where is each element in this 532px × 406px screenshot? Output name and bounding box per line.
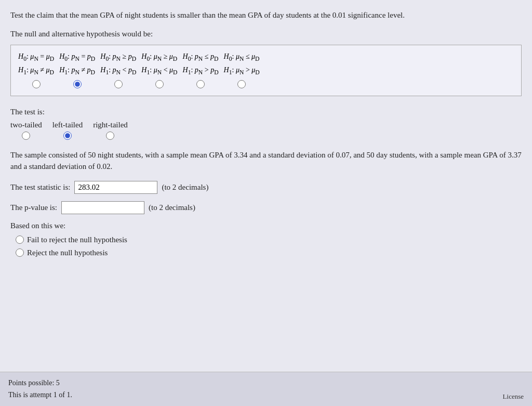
hyp2-radio[interactable] <box>73 80 82 88</box>
right-tailed-label: right-tailed <box>93 121 128 129</box>
left-tailed-option: left-tailed <box>52 121 83 140</box>
hyp6-radio[interactable] <box>237 80 246 88</box>
test-statistic-label: The test statistic is: <box>10 183 70 192</box>
footer: Points possible: 5 This is attempt 1 of … <box>0 372 532 406</box>
hyp1-h1: H1: μN ≠ μD <box>18 64 54 78</box>
hyp4-h0: H0: μN ≥ μD <box>141 50 177 64</box>
null-alt-label: The null and alternative hypothesis woul… <box>10 30 522 38</box>
hyp-option-2: H0: pN = pD H1: pN ≠ pD <box>59 50 100 88</box>
two-tailed-radio[interactable] <box>22 132 30 140</box>
hyp5-h1: H1: pN > pD <box>183 64 219 78</box>
test-type-section: The test is: two-tailed left-tailed righ… <box>10 108 522 140</box>
left-tailed-radio[interactable] <box>63 132 72 140</box>
footer-left: Points possible: 5 This is attempt 1 of … <box>8 377 72 401</box>
reject-radio[interactable] <box>16 248 24 257</box>
test-statistic-input[interactable] <box>74 181 157 194</box>
hyp2-h1: H1: pN ≠ pD <box>59 64 95 78</box>
conclusion-options: Fail to reject the null hypothesis Rejec… <box>16 235 522 257</box>
hyp3-radio[interactable] <box>114 80 123 88</box>
test-type-options: two-tailed left-tailed right-tailed <box>10 121 522 140</box>
two-tailed-option: two-tailed <box>10 121 42 140</box>
license-label[interactable]: License <box>503 392 524 400</box>
hyp2-h0: H0: pN = pD <box>59 50 95 64</box>
points-label: Points possible: 5 <box>8 377 72 389</box>
hyp-option-1: H0: μN = μD H1: μN ≠ μD <box>18 50 59 88</box>
test-statistic-note: (to 2 decimals) <box>162 183 208 192</box>
reject-option: Reject the null hypothesis <box>16 248 522 257</box>
hyp1-h0: H0: μN = μD <box>18 50 54 64</box>
pvalue-label: The p-value is: <box>10 203 57 212</box>
hyp3-h1: H1: pN < pD <box>100 64 136 78</box>
test-is-label: The test is: <box>10 108 522 116</box>
right-tailed-option: right-tailed <box>93 121 128 140</box>
hyp4-h1: H1: μN < μD <box>141 64 177 78</box>
footer-right: License <box>503 392 524 401</box>
pvalue-input[interactable] <box>61 201 144 214</box>
attempt-label: This is attempt 1 of 1. <box>8 389 72 401</box>
sample-text: The sample consisted of 50 night student… <box>10 149 522 173</box>
hyp-option-4: H0: μN ≥ μD H1: μN < μD <box>141 50 182 88</box>
left-tailed-label: left-tailed <box>52 121 83 129</box>
hyp-option-3: H0: pN ≥ pD H1: pN < pD <box>100 50 141 88</box>
two-tailed-label: two-tailed <box>10 121 42 129</box>
fail-reject-radio[interactable] <box>16 235 24 244</box>
hyp-option-5: H0: pN ≤ pD H1: pN > pD <box>183 50 224 88</box>
reject-label: Reject the null hypothesis <box>27 248 108 257</box>
pvalue-row: The p-value is: (to 2 decimals) <box>10 201 522 214</box>
hyp5-radio[interactable] <box>196 80 205 88</box>
hyp5-h0: H0: pN ≤ pD <box>183 50 219 64</box>
hyp-option-6: H0: μN ≤ μD H1: μN > μD <box>224 50 265 88</box>
fail-reject-option: Fail to reject the null hypothesis <box>16 235 522 244</box>
hyp6-h0: H0: μN ≤ μD <box>224 50 260 64</box>
test-statistic-row: The test statistic is: (to 2 decimals) <box>10 181 522 194</box>
hyp3-h0: H0: pN ≥ pD <box>100 50 136 64</box>
hypotheses-box: H0: μN = μD H1: μN ≠ μD H0: pN = pD H1: … <box>10 45 522 96</box>
based-on-label: Based on this we: <box>10 221 522 230</box>
fail-reject-label: Fail to reject the null hypothesis <box>27 235 127 244</box>
right-tailed-radio[interactable] <box>106 132 114 140</box>
hyp4-radio[interactable] <box>155 80 164 88</box>
hyp1-radio[interactable] <box>32 80 41 88</box>
pvalue-note: (to 2 decimals) <box>149 203 195 212</box>
hyp6-h1: H1: μN > μD <box>224 64 260 78</box>
hypotheses-table: H0: μN = μD H1: μN ≠ μD H0: pN = pD H1: … <box>18 50 265 88</box>
intro-text: Test the claim that the mean GPA of nigh… <box>10 9 522 21</box>
